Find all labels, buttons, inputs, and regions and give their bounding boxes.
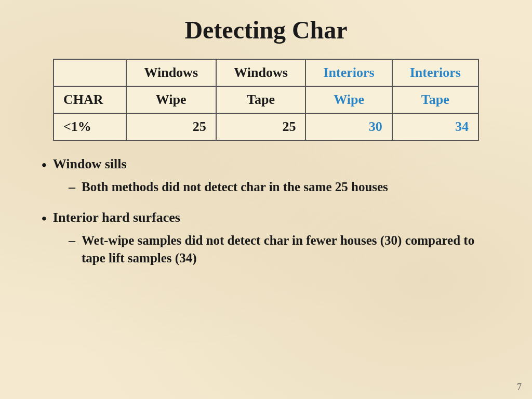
bullet-item-2: • Interior hard surfaces — [42, 209, 501, 228]
sub-bullet-dash-1: – — [69, 178, 75, 196]
sub-bullet-text-2: Wet-wipe samples did not detect char in … — [82, 232, 501, 267]
data-table: Windows Windows Interiors Interiors CHAR… — [53, 59, 479, 141]
cell-h1-4: Interiors — [392, 59, 478, 86]
cell-h2-2: Tape — [216, 86, 306, 113]
cell-h2-0: CHAR — [54, 86, 126, 113]
cell-h1-2: Windows — [216, 59, 306, 86]
cell-d-4: 34 — [392, 113, 478, 140]
cell-h1-3: Interiors — [305, 59, 392, 86]
table-row-header1: Windows Windows Interiors Interiors — [54, 59, 478, 86]
sub-bullet-2: – Wet-wipe samples did not detect char i… — [69, 232, 501, 267]
cell-d-1: 25 — [126, 113, 216, 140]
table-row-data: <1% 25 25 30 34 — [54, 113, 478, 140]
cell-d-3: 30 — [305, 113, 392, 140]
cell-h2-1: Wipe — [126, 86, 216, 113]
bullet-dot-2: • — [42, 210, 47, 228]
sub-bullet-dash-2: – — [69, 232, 75, 249]
bullet-section: • Window sills – Both methods did not de… — [31, 155, 501, 267]
cell-d-0: <1% — [54, 113, 126, 140]
bullet-text-2: Interior hard surfaces — [53, 209, 180, 227]
cell-h1-0 — [54, 59, 126, 86]
table-row-header2: CHAR Wipe Tape Wipe Tape — [54, 86, 478, 113]
cell-h2-3: Wipe — [305, 86, 392, 113]
table-container: Windows Windows Interiors Interiors CHAR… — [53, 59, 479, 141]
spacer-1 — [42, 200, 501, 205]
slide: Detecting Char Windows Windows Interiors… — [0, 0, 532, 399]
page-number: 7 — [517, 382, 522, 393]
bullet-dot-1: • — [42, 156, 47, 174]
cell-h1-1: Windows — [126, 59, 216, 86]
bullet-item-1: • Window sills — [42, 155, 501, 174]
cell-d-2: 25 — [216, 113, 306, 140]
sub-bullet-1: – Both methods did not detect char in th… — [69, 178, 501, 196]
sub-bullet-text-1: Both methods did not detect char in the … — [82, 178, 388, 196]
cell-h2-4: Tape — [392, 86, 478, 113]
bullet-text-1: Window sills — [53, 155, 127, 173]
slide-title: Detecting Char — [31, 16, 501, 44]
